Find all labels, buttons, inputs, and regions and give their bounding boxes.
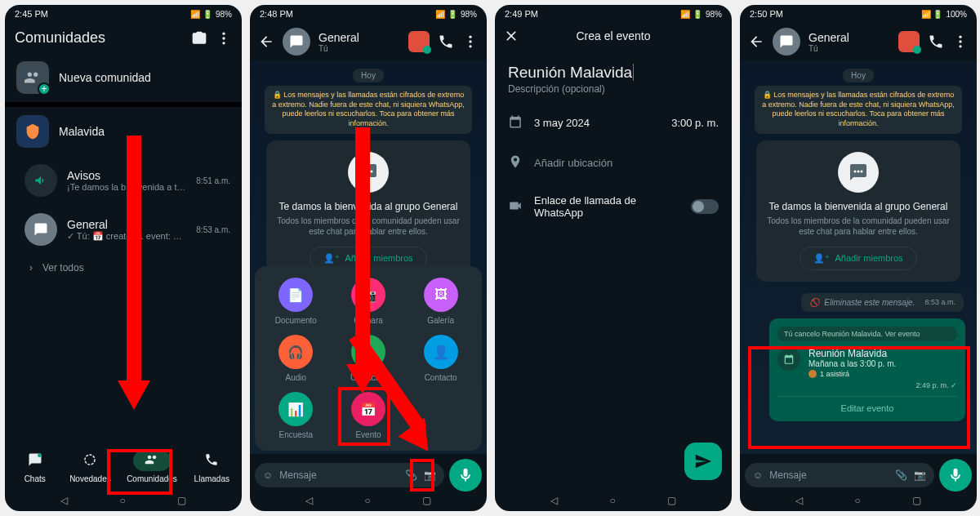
chat-avatar[interactable] xyxy=(283,28,310,56)
chat-title[interactable]: General Tú xyxy=(808,31,890,53)
chat-header: General Tú xyxy=(740,23,977,60)
headphones-icon: 🎧 xyxy=(278,335,313,369)
more-icon[interactable] xyxy=(462,33,479,50)
system-nav: ◁○▢ xyxy=(495,492,732,511)
attach-encuesta[interactable]: 📊Encuesta xyxy=(261,392,331,439)
time: 2:45 PM xyxy=(15,9,48,19)
camera-icon[interactable]: 📷 xyxy=(914,469,926,481)
camera-icon[interactable] xyxy=(191,30,207,47)
annotation-box-evento xyxy=(338,387,390,446)
plus-badge: + xyxy=(38,82,51,96)
svg-point-7 xyxy=(469,45,471,47)
calendar-icon xyxy=(508,114,523,131)
screen-chat-attach: 2:48 PM 📶 🔋98% General Tú Hoy 🔒 Los mens… xyxy=(250,5,487,511)
event-date-row[interactable]: 3 may 2024 3:00 p. m. xyxy=(495,103,732,143)
screen-event-created: 2:50 PM 📶 🔋100% General Tú Hoy 🔒 Los men… xyxy=(740,5,977,511)
location-icon xyxy=(508,154,523,171)
nav-llamadas[interactable]: Llamadas xyxy=(186,447,237,487)
status-bar: 2:45 PM 📶 🔋98% xyxy=(5,5,242,23)
event-location-row[interactable]: Añadir ubicación xyxy=(495,143,732,183)
system-nav: ◁○▢ xyxy=(250,492,487,511)
poll-icon: 📊 xyxy=(278,392,313,426)
status-bar: 2:48 PM 📶 🔋98% xyxy=(250,5,487,23)
encryption-notice[interactable]: 🔒 Los mensajes y las llamadas están cifr… xyxy=(265,86,472,134)
emoji-icon[interactable]: ☺ xyxy=(263,469,273,481)
contact-icon: 👤 xyxy=(424,335,458,369)
svg-point-4 xyxy=(85,455,95,465)
svg-point-10 xyxy=(371,170,373,172)
svg-point-14 xyxy=(854,170,857,172)
group-icon: + xyxy=(16,61,49,94)
deleted-message: 🚫 Eliminaste este mensaje. 8:53 a.m. xyxy=(801,293,964,312)
channel-general[interactable]: General ✓ Tú: 📅 created 1 event: Reunión… xyxy=(5,205,242,254)
attach-documento[interactable]: 📄Documento xyxy=(261,278,331,325)
announcement-icon xyxy=(24,164,57,197)
block-icon: 🚫 xyxy=(809,298,819,307)
send-button[interactable] xyxy=(684,443,722,480)
call-add-icon[interactable] xyxy=(438,33,454,50)
new-community-button[interactable]: + Nueva comunidad xyxy=(5,53,242,102)
chat-avatar[interactable] xyxy=(773,28,800,56)
screen-create-event: 2:49 PM 📶 🔋98% Crea el evento Reunión Ma… xyxy=(495,5,732,511)
annotation-arrow-2 xyxy=(413,315,428,429)
status-bar: 2:49 PM 📶 🔋98% xyxy=(495,5,732,23)
svg-point-6 xyxy=(469,40,471,42)
form-header: Crea el evento xyxy=(495,23,732,49)
svg-point-12 xyxy=(959,40,961,42)
call-link-toggle[interactable] xyxy=(691,199,719,214)
mic-button[interactable] xyxy=(449,459,482,492)
chevron-right-icon: › xyxy=(29,262,33,274)
app-header: Comunidades xyxy=(5,23,242,53)
community-avatar xyxy=(16,115,49,148)
svg-point-1 xyxy=(222,37,225,39)
annotation-box-event xyxy=(748,346,970,449)
annotation-box xyxy=(107,449,172,495)
svg-point-13 xyxy=(959,45,961,47)
input-bar: ☺ Mensaje 📎 📷 xyxy=(745,459,972,492)
chat-bubble-icon xyxy=(838,152,879,193)
more-icon[interactable] xyxy=(216,30,232,47)
welcome-card: Te damos la bienvenida al grupo General … xyxy=(756,140,960,282)
attach-audio[interactable]: 🎧Audio xyxy=(261,335,331,382)
time: 2:50 PM xyxy=(750,9,783,19)
status-icons: 📶 🔋98% xyxy=(435,10,477,19)
time: 2:48 PM xyxy=(260,9,293,19)
svg-point-2 xyxy=(222,42,225,44)
add-members-button[interactable]: 👤⁺ Añadir miembros xyxy=(800,247,916,270)
community-malavida[interactable]: Malavida xyxy=(5,107,242,156)
back-icon[interactable] xyxy=(258,33,274,50)
page-title: Comunidades xyxy=(15,29,183,47)
svg-point-11 xyxy=(959,36,961,38)
event-title-input[interactable]: Reunión Malavida xyxy=(495,57,732,83)
event-description-input[interactable]: Descripción (opcional) xyxy=(495,83,732,103)
document-icon: 📄 xyxy=(278,278,313,312)
event-call-link-row[interactable]: Enlace de llamada de WhatsApp xyxy=(495,183,732,230)
close-icon[interactable] xyxy=(503,28,519,44)
video-icon xyxy=(508,198,523,216)
input-bar: ☺ Mensaje 📎 📷 xyxy=(255,459,482,492)
chat-icon xyxy=(24,213,57,246)
attach-icon[interactable]: 📎 xyxy=(895,469,907,481)
message-input[interactable]: ☺ Mensaje 📎 📷 xyxy=(745,463,934,487)
shield-icon[interactable] xyxy=(898,31,920,52)
encryption-notice[interactable]: 🔒 Los mensajes y las llamadas están cifr… xyxy=(755,86,962,134)
mic-button[interactable] xyxy=(939,459,972,492)
system-nav: ◁○▢ xyxy=(740,492,977,511)
annotation-arrow xyxy=(118,380,150,410)
form-title: Crea el evento xyxy=(528,29,699,42)
more-icon[interactable] xyxy=(952,33,969,50)
nav-chats[interactable]: Chats xyxy=(10,447,60,487)
status-icons: 📶 🔋100% xyxy=(921,10,967,19)
emoji-icon[interactable]: ☺ xyxy=(753,469,763,481)
chat-title[interactable]: General Tú xyxy=(318,31,400,53)
call-add-icon[interactable] xyxy=(928,33,944,50)
channel-avisos[interactable]: Avisos ¡Te damos la bienvenida a tu comu… xyxy=(5,156,242,205)
svg-point-16 xyxy=(861,170,863,172)
shield-icon[interactable] xyxy=(408,31,430,52)
status-icons: 📶 🔋98% xyxy=(680,10,722,19)
person-add-icon: 👤⁺ xyxy=(323,253,340,264)
svg-point-5 xyxy=(469,36,471,38)
ver-todos-button[interactable]: › Ver todos xyxy=(5,254,242,282)
back-icon[interactable] xyxy=(748,33,764,50)
status-icons: 📶 🔋98% xyxy=(190,10,232,19)
